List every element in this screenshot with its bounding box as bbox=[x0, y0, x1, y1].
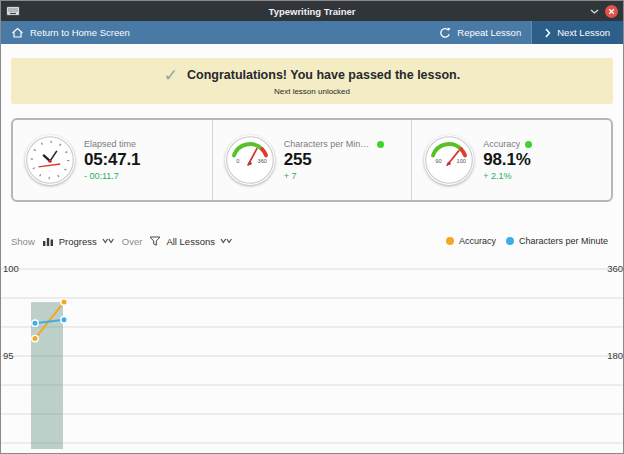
funnel-icon bbox=[149, 236, 161, 246]
toolbar-spacer bbox=[140, 21, 429, 44]
repeat-lesson-button[interactable]: Repeat Lesson bbox=[429, 21, 531, 44]
elapsed-time-title: Elapsed time bbox=[84, 139, 136, 149]
elapsed-time-value: 05:47.1 bbox=[84, 150, 204, 170]
svg-text:360: 360 bbox=[257, 158, 266, 164]
show-label: Show bbox=[11, 236, 35, 247]
cpm-card: 0 360 Characters per Minute 255 + 7 bbox=[212, 120, 412, 200]
app-keyboard-icon bbox=[6, 5, 20, 17]
accuracy-legend-dot bbox=[446, 237, 454, 245]
accuracy-legend-label: Accuracy bbox=[459, 236, 496, 246]
progress-chart[interactable]: 10095360180 bbox=[1, 259, 623, 453]
return-home-button[interactable]: Return to Home Screen bbox=[1, 21, 140, 44]
filter-row: Show Progress Over All Lessons bbox=[11, 231, 613, 251]
accuracy-title: Accuracy bbox=[483, 139, 520, 149]
next-lesson-button[interactable]: Next Lesson bbox=[531, 21, 623, 44]
lesson-filter-selector[interactable]: All Lessons bbox=[149, 236, 233, 247]
cpm-status-dot bbox=[377, 141, 384, 148]
next-lesson-label: Next Lesson bbox=[557, 27, 610, 38]
success-banner: ✓ Congratulations! You have passed the l… bbox=[11, 58, 613, 104]
cpm-title: Characters per Minute bbox=[284, 139, 372, 149]
double-chevron-down-icon bbox=[102, 238, 115, 244]
elapsed-time-card: Elapsed time 05:47.1 - 00:11.7 bbox=[13, 120, 212, 200]
accuracy-delta: + 2.1% bbox=[483, 171, 603, 181]
banner-subtitle: Next lesson unlocked bbox=[274, 87, 350, 96]
return-home-label: Return to Home Screen bbox=[30, 27, 130, 38]
speed-gauge-icon: 0 360 bbox=[225, 135, 275, 185]
stats-panel: Elapsed time 05:47.1 - 00:11.7 0 360 bbox=[11, 118, 613, 202]
clock-icon bbox=[25, 135, 75, 185]
banner-title: Congratulations! You have passed the les… bbox=[187, 68, 460, 82]
titlebar: Typewriting Trainer bbox=[1, 1, 623, 21]
progress-chart-svg: 10095360180 bbox=[1, 259, 623, 453]
cpm-legend-dot bbox=[506, 237, 514, 245]
accuracy-card: 90 100 Accuracy 98.1% + 2.1% bbox=[411, 120, 611, 200]
chart-legend: Accuracy Characters per Minute bbox=[446, 236, 613, 246]
accuracy-gauge-icon: 90 100 bbox=[424, 135, 474, 185]
chevron-down-icon[interactable] bbox=[590, 9, 599, 14]
check-icon: ✓ bbox=[164, 67, 178, 84]
home-icon bbox=[11, 27, 24, 38]
svg-text:100: 100 bbox=[457, 158, 466, 164]
app-window: Typewriting Trainer Return to Home Scree… bbox=[0, 0, 624, 454]
graph-type-value: Progress bbox=[59, 236, 97, 247]
double-chevron-down-icon bbox=[220, 238, 233, 244]
lesson-filter-value: All Lessons bbox=[166, 236, 215, 247]
over-label: Over bbox=[122, 236, 143, 247]
accuracy-value: 98.1% bbox=[483, 150, 603, 170]
repeat-lesson-label: Repeat Lesson bbox=[457, 27, 521, 38]
close-button[interactable] bbox=[605, 5, 618, 18]
cpm-legend-label: Characters per Minute bbox=[519, 236, 608, 246]
svg-text:100: 100 bbox=[3, 263, 19, 274]
graph-type-selector[interactable]: Progress bbox=[42, 236, 115, 247]
svg-text:180: 180 bbox=[607, 350, 623, 361]
svg-text:95: 95 bbox=[3, 350, 14, 361]
elapsed-time-delta: - 00:11.7 bbox=[84, 171, 204, 181]
cpm-value: 255 bbox=[284, 150, 404, 170]
cpm-delta: + 7 bbox=[284, 171, 404, 181]
chevron-right-icon bbox=[545, 28, 551, 38]
refresh-icon bbox=[439, 27, 451, 39]
bar-chart-icon bbox=[42, 236, 54, 246]
svg-text:0: 0 bbox=[236, 158, 239, 164]
accuracy-status-dot bbox=[525, 141, 532, 148]
svg-text:360: 360 bbox=[607, 263, 623, 274]
window-title: Typewriting Trainer bbox=[1, 6, 623, 17]
svg-text:90: 90 bbox=[436, 158, 442, 164]
toolbar: Return to Home Screen Repeat Lesson Next… bbox=[1, 21, 623, 44]
